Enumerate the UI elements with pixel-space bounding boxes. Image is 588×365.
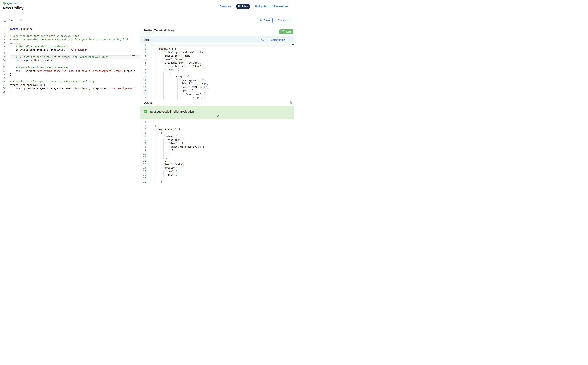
- code-line: 12 # Show a human-friendly error message: [0, 66, 140, 70]
- line-number: 3: [0, 35, 7, 38]
- test-button[interactable]: Test: [279, 29, 293, 34]
- line-number: 6: [140, 138, 149, 142]
- code-line: 12 },: [140, 159, 294, 163]
- code-line: 16# Find the set of stages that contain …: [0, 80, 140, 84]
- code-line: 9 # ... that are not in the set of stage…: [0, 55, 140, 59]
- edit-pencil-icon[interactable]: [20, 19, 22, 22]
- play-icon: [281, 30, 285, 33]
- code-line: 17stages_with_approval[i] {: [0, 84, 140, 87]
- code-line: 15 "row": 1,: [140, 170, 294, 173]
- line-number: 10: [140, 152, 149, 156]
- tab-policies[interactable]: Policies: [236, 4, 250, 9]
- line-number: 16: [140, 96, 149, 100]
- code-line: 2 "pipeline": {: [140, 47, 294, 51]
- code-line: 3 "expressions": [: [140, 128, 294, 131]
- policy-identity: foo: [3, 18, 22, 22]
- line-number: 18: [0, 87, 7, 90]
- tab-evaluations[interactable]: Evaluations: [274, 5, 288, 8]
- tab-testing-terminal[interactable]: Testing Terminal: [144, 29, 166, 34]
- overview-ruler-mark: [132, 55, 135, 56]
- upload-icon: [260, 19, 262, 22]
- line-number: 1: [0, 28, 7, 31]
- main-area: 1package pipeline2 3# Deny pipelines tha…: [0, 26, 294, 182]
- line-number: 13: [0, 70, 7, 73]
- code-line: 5deny[msg] {: [0, 42, 140, 45]
- line-number: 18: [140, 180, 149, 182]
- tab-overview[interactable]: Overview: [219, 5, 231, 8]
- code-line: 15 "execution": {: [140, 93, 294, 96]
- code-line: 15: [0, 77, 140, 80]
- line-number: 5: [140, 135, 149, 138]
- code-line: 4 "identifier": "demo",: [140, 54, 294, 58]
- code-line: 17 }: [140, 177, 294, 180]
- line-number: 13: [140, 86, 149, 89]
- chevron-right-icon: [21, 2, 22, 5]
- line-number: 15: [0, 77, 7, 80]
- code-line: 11: [0, 62, 140, 66]
- line-number: 1: [140, 121, 149, 124]
- code-line: 8 "stages_with_approval": [: [140, 145, 294, 149]
- tab-library[interactable]: Library: [166, 29, 174, 32]
- select-input-button[interactable]: Select Input: [268, 38, 288, 42]
- line-number: 16: [0, 80, 7, 84]
- line-number: 2: [140, 47, 149, 51]
- line-number: 13: [140, 163, 149, 166]
- code-line: 8: [0, 52, 140, 55]
- code-line: 1{: [140, 44, 294, 47]
- line-number: 15: [140, 170, 149, 173]
- output-json-editor[interactable]: 1[2 {3 "expressions": [4 {5 "value": {6 …: [140, 119, 294, 182]
- line-number: 3: [140, 51, 149, 54]
- policy-name: foo: [9, 19, 13, 22]
- trash-icon[interactable]: [289, 101, 292, 104]
- page-header: ∞ Quickstart New Policy Overview Policie…: [0, 0, 294, 13]
- line-number: 11: [140, 156, 149, 159]
- code-line: 12 "identifier": "app",: [140, 82, 294, 86]
- code-line: 9 {: [140, 71, 294, 75]
- breadcrumb-quickstart-link[interactable]: Quickstart: [7, 2, 19, 5]
- rego-code-editor[interactable]: 1package pipeline2 3# Deny pipelines tha…: [0, 26, 140, 182]
- discard-button[interactable]: Discard: [274, 18, 290, 23]
- line-number: 7: [140, 64, 149, 68]
- policy-editor-page: ∞ Quickstart New Policy Overview Policie…: [0, 0, 294, 182]
- line-number: 14: [140, 89, 149, 93]
- evaluation-success-banner[interactable]: Input succeeded Policy Evaluation: [140, 106, 294, 119]
- line-number: 10: [0, 59, 7, 62]
- tab-policy-sets[interactable]: Policy Sets: [255, 5, 269, 8]
- line-number: 14: [140, 166, 149, 170]
- save-button[interactable]: Save: [257, 18, 273, 23]
- toolbar-buttons: Save Discard: [257, 18, 290, 23]
- code-line: 4# NOTE: Try removing the HarnessApprova…: [0, 38, 140, 42]
- code-line: 2: [0, 31, 140, 35]
- code-line: 19}: [0, 90, 140, 94]
- line-number: 8: [0, 52, 7, 55]
- code-line: 3# Deny pipelines that don't have an app…: [0, 35, 140, 38]
- code-line: 6 "pipeline": {: [140, 138, 294, 142]
- line-number: 6: [140, 61, 149, 65]
- line-number: 1: [140, 44, 149, 47]
- line-number: 2: [140, 124, 149, 128]
- line-number: 3: [140, 128, 149, 131]
- code-line: 11 "description": "",: [140, 79, 294, 82]
- line-number: 9: [140, 71, 149, 75]
- line-number: 11: [140, 79, 149, 82]
- line-number: 2: [0, 31, 7, 35]
- code-brackets-icon[interactable]: [261, 38, 264, 41]
- line-number: 16: [140, 173, 149, 177]
- line-number: 6: [0, 45, 7, 49]
- input-json-editor[interactable]: 1{2 "pipeline": {3 "allowStageExecutions…: [140, 43, 294, 100]
- shield-check-icon: [3, 18, 7, 22]
- line-number: 4: [0, 38, 7, 42]
- code-line: 14 "location": {: [140, 166, 294, 170]
- test-button-label: Test: [286, 30, 291, 33]
- code-line: 10 ]: [140, 152, 294, 156]
- code-line: 2 {: [140, 124, 294, 128]
- line-number: 15: [140, 93, 149, 96]
- code-line: 14}: [0, 73, 140, 77]
- overview-ruler-mark: [292, 44, 294, 45]
- testing-panel: Testing Terminal Library Test Input: [140, 26, 294, 182]
- code-line: 6 # Find all stages that are Deployments…: [0, 45, 140, 49]
- code-line: 13 "text": "data",: [140, 163, 294, 166]
- chevron-down-icon[interactable]: [215, 114, 219, 118]
- input-section-header: Input Select Input: [140, 36, 294, 43]
- panel-tabs: Testing Terminal Library Test: [140, 26, 294, 36]
